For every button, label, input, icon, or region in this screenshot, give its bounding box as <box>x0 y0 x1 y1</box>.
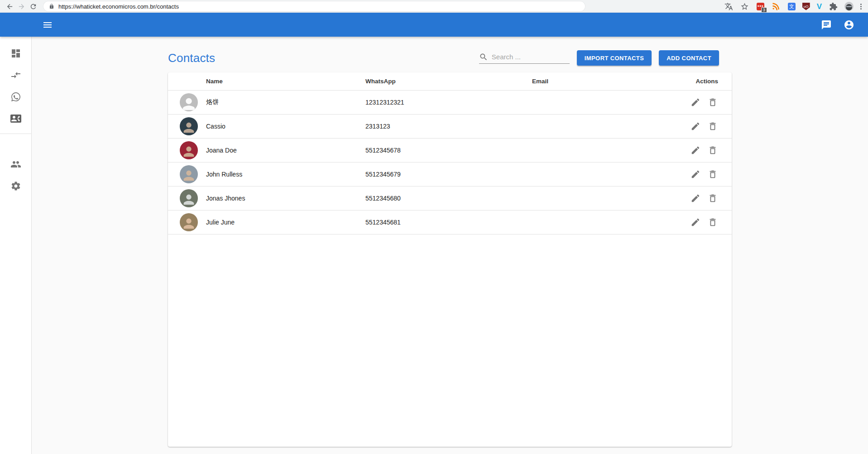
contact-name: 烙饼 <box>206 98 365 106</box>
contact-name: Jonas Jhones <box>206 195 365 202</box>
avatar <box>180 213 198 231</box>
delete-trash-icon <box>708 145 718 155</box>
avatar <box>180 189 198 207</box>
contacts-card: Name WhatsApp Email Actions 烙饼 123123123… <box>168 72 732 447</box>
account-circle-icon <box>844 19 854 30</box>
contact-whatsapp: 2313123 <box>365 123 532 130</box>
extensions-button[interactable] <box>829 2 838 11</box>
edit-contact-button[interactable] <box>690 169 701 180</box>
contact-name: Julie June <box>206 219 365 226</box>
delete-contact-button[interactable] <box>707 121 718 132</box>
delete-trash-icon <box>708 97 718 107</box>
address-bar[interactable]: https://whaticket.economicros.com.br/con… <box>43 1 585 11</box>
contact-whatsapp: 12312312321 <box>365 99 532 106</box>
user-menu-button[interactable] <box>844 19 854 30</box>
header-actions: Actions <box>672 78 732 85</box>
settings-gear-icon <box>10 181 21 191</box>
delete-contact-button[interactable] <box>707 145 718 156</box>
avatar <box>180 117 198 135</box>
search-icon <box>479 53 488 62</box>
edit-contact-button[interactable] <box>690 121 701 132</box>
add-contact-button[interactable]: ADD CONTACT <box>659 50 719 66</box>
edit-pencil-icon <box>691 217 700 227</box>
edit-pencil-icon <box>691 193 700 203</box>
forward-button[interactable] <box>15 0 27 12</box>
toolbar-extensions: ••• 3 文 uO V <box>724 2 868 11</box>
search-box <box>479 53 570 64</box>
edit-pencil-icon <box>691 121 700 131</box>
delete-trash-icon <box>708 121 718 131</box>
import-contacts-button[interactable]: IMPORT CONTACTS <box>577 50 652 66</box>
reload-icon <box>29 3 37 10</box>
sidebar-item-dashboard[interactable] <box>0 43 31 64</box>
sidebar-item-settings[interactable] <box>0 175 31 197</box>
rss-extension-button[interactable] <box>772 2 781 11</box>
sidebar-item-tickets[interactable] <box>0 86 31 108</box>
back-button[interactable] <box>4 0 15 12</box>
table-row: Joana Doe 5512345678 <box>168 139 732 162</box>
main-content: Contacts IMPORT CONTACTS ADD CONTACT Nam… <box>32 37 868 454</box>
sidebar-item-connections[interactable] <box>0 64 31 86</box>
translate-page-button[interactable] <box>724 2 734 11</box>
edit-contact-button[interactable] <box>690 217 701 228</box>
edit-pencil-icon <box>691 97 700 107</box>
contacts-icon <box>10 113 21 124</box>
sidebar-item-users[interactable] <box>0 153 31 175</box>
edit-pencil-icon <box>691 169 700 179</box>
contact-whatsapp: 5512345680 <box>365 195 532 202</box>
contact-whatsapp: 5512345681 <box>365 219 532 226</box>
avatar <box>180 141 198 159</box>
person-icon <box>181 120 197 135</box>
table-row: John Rulless 5512345679 <box>168 162 732 186</box>
delete-contact-button[interactable] <box>707 217 718 228</box>
bookmark-star-icon <box>740 2 749 11</box>
edit-contact-button[interactable] <box>690 145 701 156</box>
contact-name: John Rulless <box>206 171 365 178</box>
search-input[interactable] <box>492 53 564 61</box>
person-icon <box>180 95 198 111</box>
dashboard-icon <box>10 48 21 59</box>
edit-contact-button[interactable] <box>690 193 701 204</box>
table-body: 烙饼 12312312321 Cassio 2313123 <box>168 91 732 234</box>
reload-button[interactable] <box>27 0 39 12</box>
extensions-puzzle-icon <box>829 2 838 11</box>
person-icon <box>181 168 197 183</box>
header-whatsapp: WhatsApp <box>365 78 532 85</box>
google-translate-ext-icon[interactable]: 文 <box>788 3 796 10</box>
contact-name: Joana Doe <box>206 147 365 154</box>
table-row: 烙饼 12312312321 <box>168 91 732 115</box>
sidebar-item-contacts[interactable] <box>0 108 31 129</box>
sidebar <box>0 37 32 454</box>
edit-contact-button[interactable] <box>690 97 701 108</box>
header-name: Name <box>206 78 365 85</box>
bookmark-button[interactable] <box>740 2 749 11</box>
delete-contact-button[interactable] <box>707 97 718 108</box>
back-icon <box>6 3 14 10</box>
contact-whatsapp: 5512345678 <box>365 147 532 154</box>
page-title: Contacts <box>168 51 215 65</box>
table-row: Julie June 5512345681 <box>168 210 732 234</box>
person-icon <box>181 216 197 231</box>
connections-arrows-icon <box>10 70 21 81</box>
messages-button[interactable] <box>821 19 832 30</box>
vimeo-icon[interactable]: V <box>817 3 822 10</box>
browser-profile-avatar[interactable] <box>844 2 854 11</box>
edit-pencil-icon <box>691 145 700 155</box>
extension-badge: 3 <box>761 7 767 13</box>
ublock-origin-icon[interactable]: uO <box>802 3 810 10</box>
drawer-menu-button[interactable] <box>37 14 58 36</box>
page-header: Contacts IMPORT CONTACTS ADD CONTACT <box>168 48 732 68</box>
translate-page-icon <box>724 2 733 11</box>
extension-red-button[interactable]: ••• 3 <box>756 2 765 11</box>
menu-icon <box>42 19 53 30</box>
contact-whatsapp: 5512345679 <box>365 171 532 178</box>
delete-trash-icon <box>708 169 718 179</box>
browser-menu-button[interactable] <box>860 4 862 10</box>
table-row: Jonas Jhones 5512345680 <box>168 186 732 210</box>
forward-icon <box>18 3 25 10</box>
person-icon <box>181 144 197 159</box>
contact-name: Cassio <box>206 123 365 130</box>
header-email: Email <box>532 78 672 85</box>
delete-contact-button[interactable] <box>707 169 718 180</box>
delete-contact-button[interactable] <box>707 193 718 204</box>
